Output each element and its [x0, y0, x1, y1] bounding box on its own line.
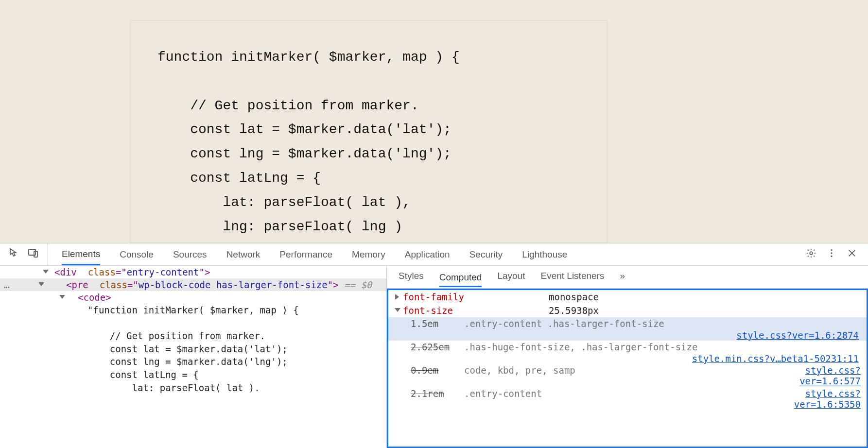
disclosure-triangle-down-icon[interactable]: [395, 308, 400, 313]
svg-rect-0: [29, 249, 35, 255]
tab-elements[interactable]: Elements: [62, 244, 100, 265]
dom-node-pre-selected[interactable]: … <pre class="wp-block-code has-larger-f…: [0, 278, 386, 291]
tab-network[interactable]: Network: [226, 244, 260, 264]
stylesheet-link[interactable]: style.css?ver=1.6:577: [799, 365, 861, 386]
disclosure-triangle-down-icon[interactable]: [43, 270, 49, 275]
stylesheet-link[interactable]: style.css?ver=1.6:2874: [736, 330, 859, 341]
svg-point-5: [831, 256, 832, 257]
style-source-link-row: style.css?ver=1.6:2874: [388, 330, 867, 341]
stylesheet-link[interactable]: style.min.css?v…beta1-50231:11: [692, 353, 859, 364]
devtools-body: <div class="entry-content"> … <pre class…: [0, 266, 868, 448]
dom-node-div[interactable]: <div class="entry-content">: [0, 266, 386, 278]
computed-properties[interactable]: font-family monospace font-size 25.5938p…: [387, 289, 868, 448]
style-source-row[interactable]: 2.625em .has-huge-font-size, .has-larger…: [388, 341, 867, 353]
devtools-tabs: Elements Console Sources Network Perform…: [48, 244, 795, 265]
svg-point-4: [831, 252, 832, 254]
dom-node-code[interactable]: <code>: [0, 291, 386, 304]
disclosure-triangle-down-icon[interactable]: [38, 282, 44, 287]
style-source-link-row: style.min.css?v…beta1-50231:11: [388, 353, 867, 364]
close-icon[interactable]: [847, 248, 857, 261]
tab-lighthouse[interactable]: Lighthouse: [522, 244, 567, 264]
tab-memory[interactable]: Memory: [352, 244, 385, 264]
inspect-icon[interactable]: [9, 247, 20, 261]
tab-security[interactable]: Security: [469, 244, 503, 264]
page-preview: function initMarker( $marker, map ) { //…: [0, 0, 868, 243]
style-source-row[interactable]: 1.5em .entry-content .has-larger-font-si…: [388, 317, 867, 330]
styles-tabbar: Styles Computed Layout Event Listeners »: [387, 266, 868, 289]
dom-tree-panel[interactable]: <div class="entry-content"> … <pre class…: [0, 266, 387, 448]
tab-layout[interactable]: Layout: [497, 271, 525, 284]
disclosure-triangle-right-icon[interactable]: [395, 294, 400, 300]
styles-sidebar: Styles Computed Layout Event Listeners »…: [387, 266, 868, 448]
devtools-panel: Elements Console Sources Network Perform…: [0, 243, 868, 448]
tab-console[interactable]: Console: [120, 244, 154, 264]
svg-point-2: [810, 252, 813, 255]
dom-text-node[interactable]: "function initMarker( $marker, map ) { /…: [0, 304, 386, 394]
style-source-row[interactable]: 2.1rem .entry-content style.css?ver=1.6:…: [388, 387, 867, 411]
devtools-tabbar: Elements Console Sources Network Perform…: [0, 243, 868, 266]
tab-performance[interactable]: Performance: [279, 244, 332, 264]
computed-prop-font-size[interactable]: font-size 25.5938px: [388, 304, 867, 317]
tab-styles[interactable]: Styles: [399, 271, 424, 284]
code-block-container: function initMarker( $marker, map ) { //…: [130, 20, 608, 243]
tab-event-listeners[interactable]: Event Listeners: [540, 271, 604, 284]
tabs-overflow-icon[interactable]: »: [620, 271, 625, 284]
tab-application[interactable]: Application: [405, 244, 450, 264]
tab-sources[interactable]: Sources: [173, 244, 207, 264]
kebab-icon[interactable]: [826, 248, 837, 261]
style-source-row[interactable]: 0.9em code, kbd, pre, samp style.css?ver…: [388, 364, 867, 387]
code-block: function initMarker( $marker, map ) { //…: [157, 45, 580, 239]
tab-computed[interactable]: Computed: [439, 272, 482, 287]
device-toggle-icon[interactable]: [27, 247, 39, 261]
stylesheet-link[interactable]: style.css?ver=1.6:5350: [794, 388, 861, 410]
computed-prop-font-family[interactable]: font-family monospace: [388, 290, 867, 304]
svg-point-3: [831, 249, 832, 251]
gear-icon[interactable]: [806, 248, 816, 261]
ellipsis-icon[interactable]: …: [4, 279, 10, 290]
